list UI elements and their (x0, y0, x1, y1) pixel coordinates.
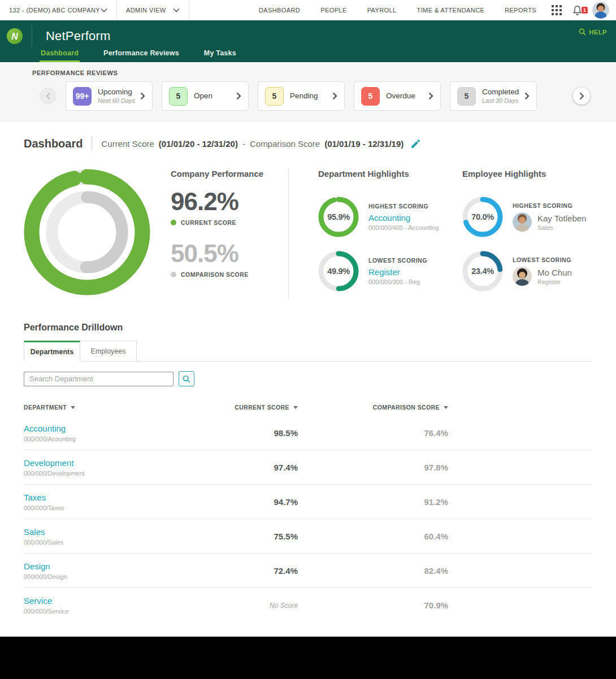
app-header: N NetPerform HELP Dashboard Performance … (0, 20, 616, 62)
departments-table: DEPARTMENT CURRENT SCORE COMPARISON SCOR… (24, 399, 592, 623)
employee-name[interactable]: Kay Totleben (537, 214, 586, 223)
divider (92, 136, 92, 151)
table-row: Sales 000/000/Sales 75.5% 60.4% (24, 519, 592, 554)
chevron-down-icon (173, 8, 180, 12)
review-card-label: Pending (290, 92, 318, 101)
review-card-pending[interactable]: 5 Pending (258, 81, 345, 111)
donut-score-text: 95.9% (318, 197, 359, 237)
current-score-value: 96.2% (171, 188, 281, 216)
department-link[interactable]: Register (368, 267, 427, 277)
tab-dashboard[interactable]: Dashboard (41, 49, 79, 62)
employee-name[interactable]: Mo Chun (537, 268, 572, 277)
company-selector-label: 132 - (DEMO) ABC COMPANY (9, 7, 100, 14)
svg-text:N: N (11, 32, 18, 41)
department-link[interactable]: Service (24, 596, 52, 606)
department-path: 000/000/Sales (24, 539, 148, 546)
current-score-label: Current Score (101, 139, 154, 149)
donut-score-text: 23.4% (462, 251, 503, 291)
lowest-scoring-label: LOWEST SCORING (513, 256, 572, 263)
review-count-badge: 5 (457, 87, 476, 106)
department-highlights-title: Department Highlights (318, 169, 462, 179)
review-card-open[interactable]: 5 Open (162, 81, 249, 111)
nav-item-dashboard[interactable]: DASHBOARD (249, 0, 310, 20)
employee-avatar[interactable] (513, 267, 532, 286)
comparison-score-cell: 91.2% (424, 497, 448, 507)
nav-item-reports[interactable]: REPORTS (494, 0, 546, 20)
review-count-badge: 5 (265, 87, 284, 106)
tab-departments[interactable]: Departments (24, 341, 80, 362)
page-title: Dashboard (24, 137, 83, 150)
edit-date-range-pencil-icon[interactable] (411, 140, 420, 148)
review-card-label: Open (194, 92, 212, 101)
review-card-overdue[interactable]: 5 Overdue (354, 81, 441, 111)
employee-avatar[interactable] (513, 212, 532, 232)
footer-area (0, 637, 616, 679)
table-row: Taxes 000/000/Taxes 94.7% 91.2% (24, 485, 592, 519)
column-header-comparison-score[interactable]: COMPARISON SCORE (298, 404, 448, 411)
department-link[interactable]: Design (24, 562, 50, 571)
chevron-right-icon (428, 92, 433, 100)
sort-icon (444, 406, 448, 409)
employee-highest-donut: 70.0% (462, 197, 503, 237)
department-link[interactable]: Sales (24, 527, 45, 537)
review-card-upcoming[interactable]: 99+ Upcoming Next 60 Days (66, 81, 153, 111)
table-row: Service 000/000/Service No Score 70.9% (24, 588, 592, 623)
help-link[interactable]: HELP (579, 28, 607, 36)
department-link[interactable]: Development (24, 458, 73, 468)
chevron-right-icon (524, 92, 530, 100)
nav-item-payroll[interactable]: PAYROLL (357, 0, 407, 20)
lowest-scoring-employee: 23.4% LOWEST SCORING (462, 251, 616, 291)
employee-detail: Register (537, 278, 572, 285)
column-header-department[interactable]: DEPARTMENT (24, 404, 148, 411)
highest-scoring-label: HIGHEST SCORING (368, 203, 439, 210)
comparison-score-cell: 82.4% (424, 566, 448, 576)
performance-reviews-strip: PERFORMANCE REVIEWS 99+ Upcoming Next 60… (0, 62, 616, 121)
view-selector[interactable]: ADMIN VIEW (117, 0, 189, 20)
comparison-score-cell: 70.9% (424, 600, 448, 610)
table-header-row: DEPARTMENT CURRENT SCORE COMPARISON SCOR… (24, 399, 592, 416)
current-score-range: (01/01/20 - 12/31/20) (159, 139, 238, 149)
netperform-logo-icon: N (7, 28, 23, 44)
current-score-cell: 75.5% (274, 532, 298, 541)
search-input[interactable] (24, 372, 173, 386)
highest-scoring-employee: 70.0% HIGHEST SCORING (462, 197, 616, 237)
column-header-current-score[interactable]: CURRENT SCORE (148, 404, 298, 411)
performance-drilldown: Performance Drilldown Departments Employ… (24, 323, 592, 623)
review-card-completed[interactable]: 5 Completed Last 30 Days (450, 81, 537, 111)
search-icon (579, 28, 586, 36)
product-name: NetPerform (46, 29, 110, 43)
comparison-score-cell: 60.4% (424, 532, 448, 541)
search-button[interactable] (179, 371, 194, 386)
comparison-score-legend-label: COMPARISON SCORE (181, 271, 249, 278)
notifications-bell-icon[interactable]: 1 (567, 5, 588, 16)
carousel-prev-button[interactable] (40, 88, 57, 105)
nav-item-people[interactable]: PEOPLE (310, 0, 357, 20)
table-row: Design 000/000/Design 72.4% 82.4% (24, 554, 592, 588)
current-score-cell: 72.4% (274, 566, 298, 576)
company-performance-title: Company Performance (171, 169, 281, 179)
sort-icon (293, 406, 298, 409)
tab-employees[interactable]: Employees (80, 341, 137, 362)
main-content: Dashboard Current Score (01/01/20 - 12/3… (0, 121, 616, 637)
donut-score-text: 49.9% (318, 251, 359, 291)
module-tabs: Dashboard Performance Reviews My Tasks (0, 49, 236, 62)
department-detail: 000/000/300 - Reg (368, 278, 427, 285)
top-utility-bar: 132 - (DEMO) ABC COMPANY ADMIN VIEW DASH… (0, 0, 616, 20)
current-score-legend-dot (171, 220, 176, 225)
review-card-sublabel: Last 30 Days (482, 97, 519, 105)
department-highlights: Department Highlights 95.9% HIGHEST SCOR… (318, 169, 462, 299)
current-score-cell: 94.7% (274, 497, 298, 507)
department-link[interactable]: Taxes (24, 493, 46, 502)
department-link[interactable]: Accounting (24, 424, 66, 433)
nav-item-time-attendance[interactable]: TIME & ATTENDANCE (407, 0, 495, 20)
department-lowest-donut: 49.9% (318, 251, 359, 291)
department-link[interactable]: Accounting (368, 213, 439, 223)
tab-performance-reviews[interactable]: Performance Reviews (103, 49, 179, 62)
tab-my-tasks[interactable]: My Tasks (204, 49, 236, 62)
app-grid-icon[interactable] (546, 5, 567, 15)
header-divider (32, 25, 32, 47)
carousel-next-button[interactable] (573, 88, 590, 105)
user-avatar[interactable] (592, 2, 609, 19)
comparison-score-value: 50.5% (171, 240, 281, 268)
company-selector[interactable]: 132 - (DEMO) ABC COMPANY (0, 0, 117, 20)
